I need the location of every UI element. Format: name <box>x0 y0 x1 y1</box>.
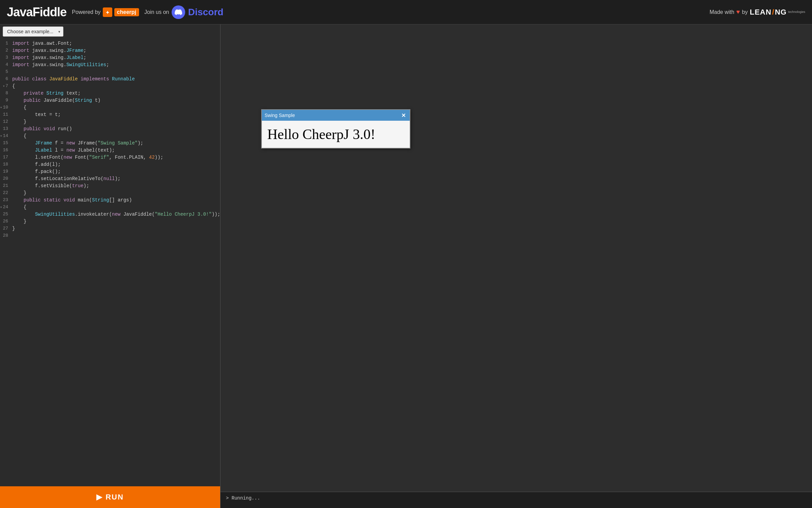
join-discord-section: Join us on Discord <box>144 5 224 19</box>
swing-body: Hello CheerpJ 3.0! <box>262 121 410 148</box>
discord-text-label: Discord <box>188 7 223 18</box>
line-number: 9 <box>0 97 12 104</box>
made-with-label: Made with <box>710 9 734 15</box>
line-number: 19 <box>0 168 12 175</box>
line-content: } <box>12 225 220 232</box>
code-editor[interactable]: 1import java.awt.Font;2import javax.swin… <box>0 39 220 486</box>
svg-text:✦: ✦ <box>105 10 110 15</box>
leaning-sub-text: technologies <box>788 10 805 14</box>
code-line: 17 l.setFont(new Font("Serif", Font.PLAI… <box>0 154 220 161</box>
cheerpj-icon: ✦ <box>103 7 112 17</box>
line-content: f.setLocationRelativeTo(null); <box>12 175 220 182</box>
line-content: public class JavaFiddle implements Runna… <box>12 76 220 83</box>
code-line: 22 } <box>0 190 220 197</box>
fold-arrow[interactable]: ▾ <box>3 84 5 88</box>
code-line: 5 <box>0 69 220 76</box>
code-line: 16 JLabel l = new JLabel(text); <box>0 147 220 154</box>
code-line: 23 public static void main(String[] args… <box>0 197 220 204</box>
line-content: import javax.swing.SwingUtilities; <box>12 61 220 69</box>
line-content: JFrame f = new JFrame("Swing Sample"); <box>12 140 220 147</box>
line-number: 8 <box>0 90 12 97</box>
output-canvas: Swing Sample ✕ Hello CheerpJ 3.0! <box>220 24 812 492</box>
leaning-slash-icon: / <box>772 8 774 17</box>
code-line: 2import javax.swing.JFrame; <box>0 47 220 54</box>
header: JavaFiddle Powered by ✦ cheerpj Join us … <box>0 0 812 24</box>
line-content: { <box>12 104 220 111</box>
line-content: f.pack(); <box>12 168 220 175</box>
fold-arrow[interactable]: ▾ <box>0 106 2 110</box>
line-number: 12 <box>0 118 12 125</box>
line-number: 5 <box>0 69 12 75</box>
example-select-wrapper[interactable]: Choose an example... <box>3 26 63 37</box>
made-with-section: Made with ♥ by LEAN / NG technologies <box>710 8 805 17</box>
line-content: } <box>12 118 220 125</box>
cheerpj-label: cheerpj <box>114 8 139 16</box>
code-line: 27} <box>0 225 220 232</box>
line-number: 17 <box>0 154 12 161</box>
line-content: } <box>12 190 220 197</box>
fold-arrow[interactable]: ▾ <box>0 206 2 209</box>
line-content: { <box>12 133 220 140</box>
line-number: 6 <box>0 76 12 82</box>
line-number: 2 <box>0 47 12 54</box>
code-line: 21 f.setVisible(true); <box>0 182 220 190</box>
swing-window: Swing Sample ✕ Hello CheerpJ 3.0! <box>261 109 410 149</box>
code-line: 4import javax.swing.SwingUtilities; <box>0 61 220 69</box>
code-line: ▾10 { <box>0 104 220 111</box>
line-number: 27 <box>0 225 12 232</box>
line-content: } <box>12 218 220 225</box>
code-line: 19 f.pack(); <box>0 168 220 175</box>
code-line: 12 } <box>0 118 220 125</box>
line-content: f.setVisible(true); <box>12 182 220 190</box>
code-line: ▾14 { <box>0 133 220 140</box>
leaning-ng: NG <box>775 8 787 17</box>
by-label: by <box>742 9 748 15</box>
line-number: 26 <box>0 218 12 225</box>
line-content: { <box>12 83 220 90</box>
code-line: 26 } <box>0 218 220 225</box>
code-line: 18 f.add(l); <box>0 161 220 168</box>
code-line: 6public class JavaFiddle implements Runn… <box>0 76 220 83</box>
line-number: 15 <box>0 140 12 146</box>
code-line: ▾24 { <box>0 204 220 211</box>
console-text: > Running... <box>226 495 260 501</box>
line-number: 11 <box>0 111 12 118</box>
main-area: Choose an example... 1import java.awt.Fo… <box>0 24 812 508</box>
line-content: l.setFont(new Font("Serif", Font.PLAIN, … <box>12 154 220 161</box>
line-content: import java.awt.Font; <box>12 40 220 47</box>
run-bar[interactable]: ▶ RUN <box>0 486 220 508</box>
run-button-label: ▶ RUN <box>96 493 124 502</box>
code-line: 8 private String text; <box>0 90 220 97</box>
code-line: 20 f.setLocationRelativeTo(null); <box>0 175 220 182</box>
line-number: 3 <box>0 54 12 61</box>
line-number: 21 <box>0 182 12 189</box>
line-number: 4 <box>0 61 12 68</box>
leaning-badge: LEAN / NG technologies <box>750 8 805 17</box>
fold-arrow[interactable]: ▾ <box>0 134 2 138</box>
swing-close-button[interactable]: ✕ <box>400 112 407 119</box>
join-label: Join us on <box>144 9 169 15</box>
swing-window-title: Swing Sample <box>265 113 295 118</box>
discord-icon <box>172 5 185 19</box>
heart-icon: ♥ <box>736 8 740 16</box>
line-content: JLabel l = new JLabel(text); <box>12 147 220 154</box>
line-number: 23 <box>0 197 12 203</box>
code-line: 1import java.awt.Font; <box>0 40 220 47</box>
line-content: private String text; <box>12 90 220 97</box>
line-number: 1 <box>0 40 12 47</box>
line-number: ▾24 <box>0 204 12 211</box>
code-line: 28 <box>0 232 220 239</box>
line-number: 28 <box>0 232 12 239</box>
output-panel: Swing Sample ✕ Hello CheerpJ 3.0! > Runn… <box>220 24 812 508</box>
line-number: ▾10 <box>0 104 12 111</box>
code-line: 9 public JavaFiddle(String t) <box>0 97 220 104</box>
line-content: public static void main(String[] args) <box>12 197 220 204</box>
code-line: 11 text = t; <box>0 111 220 118</box>
code-line: 3import javax.swing.JLabel; <box>0 54 220 61</box>
line-content: public void run() <box>12 125 220 133</box>
leaning-text: LEAN <box>750 8 771 17</box>
example-select[interactable]: Choose an example... <box>3 26 63 37</box>
console-output: > Running... <box>220 492 812 508</box>
line-number: ▾14 <box>0 133 12 139</box>
line-content: text = t; <box>12 111 220 118</box>
